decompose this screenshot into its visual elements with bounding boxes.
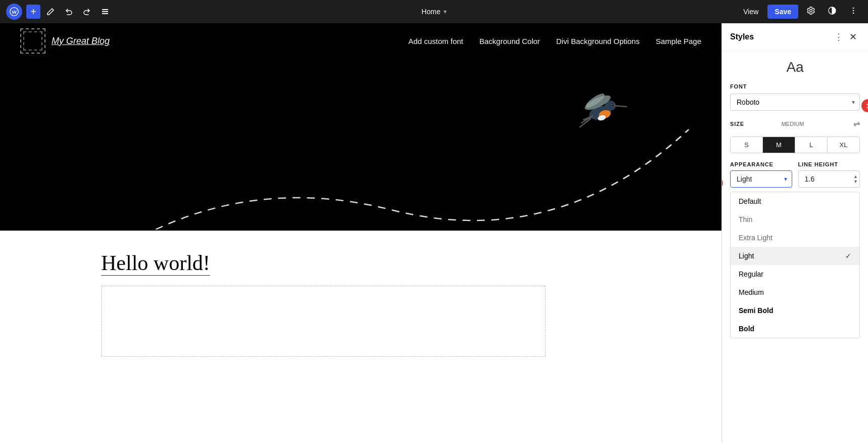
dropdown-item-extralight[interactable]: Extra Light	[731, 229, 859, 247]
main-toolbar: W + Home ▾ View Save	[0, 0, 868, 23]
site-title: My Great Blog	[52, 36, 110, 47]
hero-section	[0, 59, 721, 231]
line-height-decrement-button[interactable]: ▼	[853, 180, 858, 184]
step-badge-2: 2	[722, 176, 723, 190]
line-height-wrapper: ▲ ▼	[798, 170, 860, 188]
site-menu: Add custom font Background Color Divi Ba…	[408, 37, 701, 46]
line-height-spinners: ▲ ▼	[853, 174, 858, 184]
appearance-select-wrapper: Light ▾	[730, 170, 792, 188]
svg-rect-3	[102, 11, 108, 12]
chevron-down-icon[interactable]: ▾	[444, 8, 447, 15]
line-height-col: LINE HEIGHT ▲ ▼	[798, 161, 860, 188]
panel-header: Styles ⋮ ✕	[722, 23, 868, 51]
appearance-col: APPEARANCE Light ▾	[730, 161, 792, 188]
edit-pen-button[interactable]	[42, 6, 59, 18]
font-select-wrapper: Roboto ▾	[730, 94, 860, 111]
wp-logo[interactable]: W	[6, 4, 22, 20]
menu-item-sample[interactable]: Sample Page	[656, 37, 701, 46]
menu-item-custom-font[interactable]: Add custom font	[408, 37, 463, 46]
size-btn-m[interactable]: M	[763, 137, 795, 153]
panel-close-button[interactable]: ✕	[846, 30, 860, 43]
dropdown-item-bold[interactable]: Bold	[731, 320, 859, 338]
page-name-label: Home	[421, 8, 440, 16]
redo-button[interactable]	[79, 6, 95, 18]
dropdown-item-default[interactable]: Default	[731, 192, 859, 210]
appearance-label: APPEARANCE	[730, 161, 792, 167]
size-reset-button[interactable]: ⇌	[853, 119, 860, 128]
add-block-button[interactable]: +	[26, 5, 40, 19]
line-height-increment-button[interactable]: ▲	[853, 174, 858, 179]
line-height-label: LINE HEIGHT	[798, 161, 860, 167]
menu-item-divi[interactable]: Divi Background Options	[556, 37, 640, 46]
main-area: My Great Blog Add custom font Background…	[0, 23, 868, 443]
appearance-line-height-row: APPEARANCE Light ▾ LINE HEIGHT	[730, 161, 860, 188]
content-area: Hello world!	[0, 231, 721, 443]
canvas-area: My Great Blog Add custom font Background…	[0, 23, 721, 443]
site-logo-box	[20, 28, 45, 54]
save-button[interactable]: Save	[767, 5, 798, 19]
view-button[interactable]: View	[738, 6, 763, 18]
size-btn-s[interactable]: S	[731, 137, 763, 153]
svg-point-7	[853, 10, 854, 12]
dropdown-item-regular[interactable]: Regular	[731, 265, 859, 283]
settings-icon-button[interactable]	[802, 4, 819, 19]
font-section-label: FONT	[730, 83, 860, 90]
appearance-dropdown: Default Thin Extra Light Light ✓ Regular	[730, 192, 860, 338]
size-buttons-group: S M L XL	[730, 137, 860, 153]
more-options-button[interactable]	[845, 4, 862, 19]
size-current-label: MEDIUM	[782, 121, 804, 127]
contrast-icon-button[interactable]	[824, 4, 841, 19]
panel-more-button[interactable]: ⋮	[831, 30, 846, 43]
site-logo-area: My Great Blog	[20, 28, 110, 54]
svg-line-11	[615, 106, 627, 107]
size-row: SIZE MEDIUM ⇌	[730, 119, 860, 128]
svg-point-8	[853, 13, 854, 14]
line-height-input[interactable]	[798, 170, 860, 188]
svg-rect-4	[102, 13, 108, 14]
appearance-select[interactable]: Light	[730, 170, 792, 188]
undo-button[interactable]	[61, 6, 77, 18]
styles-panel: 1 Styles ⋮ ✕ Aa FONT Roboto ▾ SIZE MEDIU…	[721, 23, 868, 443]
svg-point-13	[611, 104, 612, 105]
post-title: Hello world!	[101, 251, 210, 276]
content-placeholder-box	[101, 286, 546, 357]
page-title-center: Home ▾	[421, 8, 446, 16]
hummingbird-image	[567, 81, 633, 137]
svg-rect-2	[102, 9, 108, 10]
list-view-button[interactable]	[97, 6, 113, 18]
panel-title-label: Styles	[730, 32, 831, 41]
size-btn-xl[interactable]: XL	[828, 137, 859, 153]
menu-item-bg-color[interactable]: Background Color	[479, 37, 540, 46]
dropdown-item-thin[interactable]: Thin	[731, 210, 859, 229]
svg-text:W: W	[12, 9, 17, 15]
size-label: SIZE	[730, 121, 780, 127]
dropdown-item-medium[interactable]: Medium	[731, 283, 859, 301]
font-select[interactable]: Roboto	[730, 94, 860, 111]
aa-preview-label: Aa	[730, 59, 860, 75]
dropdown-item-semibold[interactable]: Semi Bold	[731, 301, 859, 320]
svg-point-6	[853, 8, 854, 9]
site-nav-bar: My Great Blog Add custom font Background…	[0, 23, 721, 59]
check-icon: ✓	[845, 252, 851, 260]
panel-body: Aa FONT Roboto ▾ SIZE MEDIUM ⇌ S M L XL	[722, 51, 868, 443]
dropdown-item-light[interactable]: Light ✓	[731, 247, 859, 265]
size-btn-l[interactable]: L	[795, 137, 828, 153]
